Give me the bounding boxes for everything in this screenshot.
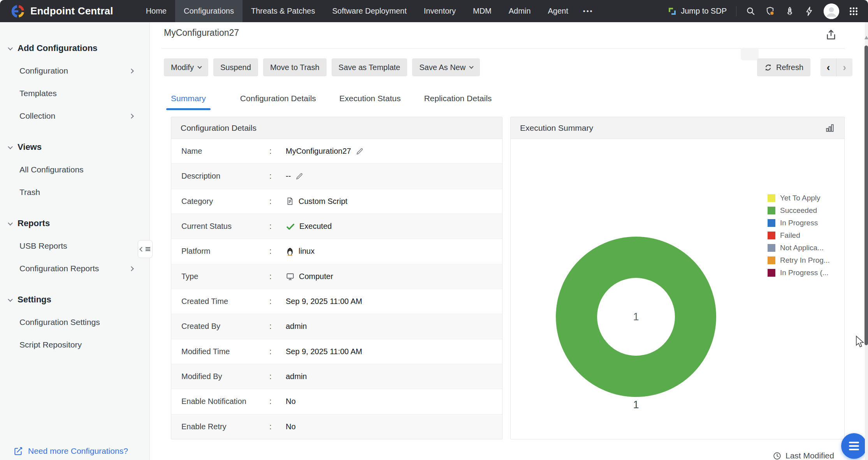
record-pager: ‹ ›	[821, 58, 852, 76]
legend-swatch	[768, 194, 775, 202]
check-icon	[286, 222, 295, 231]
nav-item-inventory[interactable]: Inventory	[415, 0, 464, 22]
nav-item-agent[interactable]: Agent	[539, 0, 576, 22]
floating-menu-button[interactable]	[841, 433, 867, 459]
sidebar-item-templates[interactable]: Templates	[0, 82, 149, 105]
nav-divider	[736, 6, 736, 16]
sidebar-header-views[interactable]: Views	[0, 136, 149, 158]
tab-execution-status[interactable]: Execution Status	[338, 88, 402, 110]
tab-configuration-details[interactable]: Configuration Details	[239, 88, 318, 110]
nav-item-configurations[interactable]: Configurations	[175, 0, 242, 22]
main-content: MyConfiguration27 Modify Suspend	[150, 22, 868, 460]
edit-name-icon[interactable]	[355, 147, 364, 156]
scrollbar-thumb[interactable]	[864, 46, 868, 345]
legend-item-in-progress[interactable]: In Progress	[768, 217, 830, 229]
sidebar: Add Configurations Configuration Templat…	[0, 22, 150, 460]
last-modified-label: Last Modified	[773, 451, 834, 460]
linux-icon	[286, 247, 294, 256]
search-icon[interactable]	[746, 6, 756, 16]
execution-summary-chart: 1 1 Yet To Apply Succeeded	[511, 139, 844, 439]
chevron-left-icon	[139, 247, 144, 252]
apps-grid-icon[interactable]	[849, 6, 859, 16]
nav-item-threats-patches[interactable]: Threats & Patches	[242, 0, 324, 22]
avatar[interactable]	[824, 4, 839, 19]
move-to-trash-button[interactable]: Move to Trash	[263, 58, 327, 76]
sidebar-item-all-configurations[interactable]: All Configurations	[0, 158, 149, 181]
sidebar-item-script-repository[interactable]: Script Repository	[0, 334, 149, 356]
nav-more-icon[interactable]: •••	[577, 7, 600, 15]
nav-item-mdm[interactable]: MDM	[464, 0, 500, 22]
flash-icon[interactable]	[804, 6, 814, 16]
legend-item-not-applicable[interactable]: Not Applica...	[768, 242, 830, 254]
sidebar-item-configuration-reports[interactable]: Configuration Reports	[0, 257, 149, 280]
sidebar-item-trash[interactable]: Trash	[0, 181, 149, 204]
legend-item-in-progress-remarks[interactable]: In Progress (...	[768, 267, 830, 279]
legend-swatch	[768, 232, 775, 239]
compose-icon	[13, 446, 23, 456]
nav-item-admin[interactable]: Admin	[500, 0, 539, 22]
sidebar-header-settings[interactable]: Settings	[0, 288, 149, 311]
save-as-new-button[interactable]: Save As New	[412, 58, 480, 76]
top-nav: Endpoint Central Home Configurations Thr…	[0, 0, 868, 22]
suspend-button[interactable]: Suspend	[213, 58, 258, 76]
tab-summary[interactable]: Summary	[169, 88, 207, 110]
table-row-platform: Platform :	[171, 239, 502, 264]
endpoint-central-logo-icon	[11, 4, 25, 18]
sidebar-section-reports: Reports USB Reports Configuration Report…	[0, 212, 149, 280]
export-icon[interactable]	[824, 28, 838, 42]
sidebar-section-settings: Settings Configuration Settings Script R…	[0, 288, 149, 356]
security-shield-icon[interactable]	[765, 6, 775, 16]
previous-record-button[interactable]: ‹	[821, 58, 836, 76]
scrollbar-up-arrow[interactable]	[864, 36, 868, 39]
table-row-type: Type : Computer	[171, 264, 502, 289]
table-row-modified-time: Modified Time : Sep 9, 2025 11:00 AM	[171, 339, 502, 364]
nav-item-home[interactable]: Home	[137, 0, 175, 22]
chevron-down-icon	[8, 45, 13, 50]
configuration-details-card-title: Configuration Details	[171, 117, 502, 139]
nav-item-software-deployment[interactable]: Software Deployment	[324, 0, 415, 22]
hover-highlight	[741, 48, 759, 60]
legend-item-failed[interactable]: Failed	[768, 229, 830, 242]
legend-item-retry-in-progress[interactable]: Retry In Prog...	[768, 254, 830, 267]
jump-to-sdp-link[interactable]: Jump to SDP	[668, 7, 727, 16]
modify-button[interactable]: Modify	[164, 58, 208, 76]
sidebar-item-configuration[interactable]: Configuration	[0, 60, 149, 82]
legend-item-yet-to-apply[interactable]: Yet To Apply	[768, 192, 830, 204]
legend-swatch	[768, 207, 775, 214]
nav-menu: Home Configurations Threats & Patches So…	[137, 0, 600, 22]
hamburger-icon	[849, 442, 859, 443]
chart-legend: Yet To Apply Succeeded In Progress	[768, 192, 830, 279]
execution-summary-card: Execution Summary 1 1	[510, 117, 845, 439]
sidebar-header-add-configurations[interactable]: Add Configurations	[0, 37, 149, 60]
chevron-down-icon	[8, 144, 13, 149]
donut-center-value: 1	[597, 278, 675, 356]
next-record-button[interactable]: ›	[836, 58, 852, 76]
bar-chart-icon[interactable]	[825, 123, 835, 133]
sidebar-item-usb-reports[interactable]: USB Reports	[0, 235, 149, 257]
sidebar-item-configuration-settings[interactable]: Configuration Settings	[0, 311, 149, 334]
execution-summary-card-title: Execution Summary	[511, 117, 844, 139]
save-as-template-button[interactable]: Save as Template	[332, 58, 408, 76]
edit-description-icon[interactable]	[295, 172, 304, 181]
donut-chart-succeeded-slice[interactable]: 1	[556, 237, 716, 397]
chevron-down-icon	[8, 220, 13, 225]
sidebar-collapse-toggle[interactable]	[138, 240, 153, 258]
menu-lines-icon	[145, 246, 151, 252]
table-row-category: Category : Custom Script	[171, 189, 502, 214]
tab-replication-details[interactable]: Replication Details	[422, 88, 493, 110]
table-row-enable-retry: Enable Retry : No	[171, 414, 502, 439]
configuration-details-card: Configuration Details Name : MyConfigura…	[171, 117, 503, 439]
sidebar-header-reports[interactable]: Reports	[0, 212, 149, 235]
legend-swatch	[768, 244, 775, 252]
need-more-configurations-link[interactable]: Need more Configurations?	[13, 446, 128, 456]
sidebar-section-add-configurations: Add Configurations Configuration Templat…	[0, 37, 149, 127]
chevron-right-icon	[129, 68, 134, 74]
sidebar-item-collection[interactable]: Collection	[0, 105, 149, 127]
script-icon	[286, 197, 294, 205]
refresh-button[interactable]: Refresh	[757, 58, 810, 76]
legend-item-succeeded[interactable]: Succeeded	[768, 204, 830, 217]
chevron-right-icon	[129, 114, 134, 119]
rocket-icon[interactable]	[785, 6, 795, 16]
donut-slice-label: 1	[556, 399, 716, 411]
details-table: Name : MyConfiguration27 Description	[171, 139, 502, 439]
